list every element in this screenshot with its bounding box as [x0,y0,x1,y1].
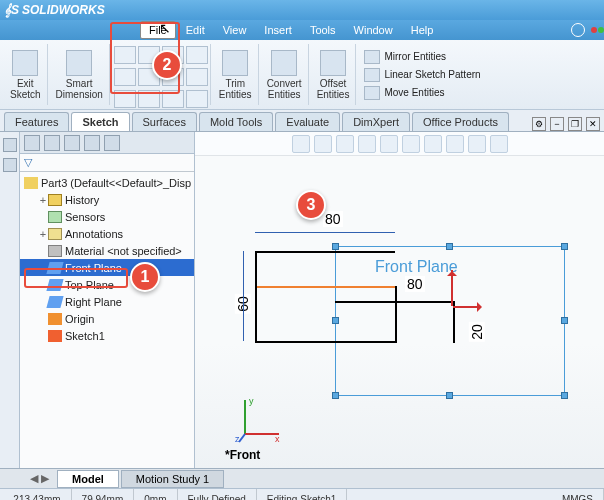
mdi-minimize-icon[interactable]: − [550,117,564,131]
offset-label: Offset Entities [317,78,350,100]
menu-insert[interactable]: Insert [256,22,300,38]
apply-scene-icon[interactable] [468,135,486,153]
mdi-close-icon[interactable]: ✕ [586,117,600,131]
dimension-20[interactable]: 20 [469,322,485,342]
fm-dimxpert-icon[interactable] [84,135,100,151]
tree-history[interactable]: +History [20,191,194,208]
dimension-80a[interactable]: 80 [323,211,343,227]
status-x: -213.43mm [0,489,72,500]
fm-property-manager-icon[interactable] [44,135,60,151]
graphics-canvas[interactable]: Front Plane 80 80 60 20 [195,156,604,468]
dimension-80b[interactable]: 80 [405,276,425,292]
tab-surfaces[interactable]: Surfaces [132,112,197,131]
tree-annotations[interactable]: +Annotations [20,225,194,242]
feature-tree: Part3 (Default<<Default>_Disp +History S… [20,172,194,468]
viewport-area: Front Plane 80 80 60 20 [195,132,604,468]
tree-sensors[interactable]: Sensors [20,208,194,225]
polygon-tool-icon[interactable] [186,68,208,86]
tree-root[interactable]: Part3 (Default<<Default>_Disp [20,174,194,191]
tab-office-products[interactable]: Office Products [412,112,509,131]
plane-label: Front Plane [375,258,458,276]
fm-design-tree-icon[interactable] [24,135,40,151]
side-tool-1[interactable] [3,138,17,152]
smart-dimension-button[interactable]: Smart Dimension [50,44,110,105]
mdi-settings-icon[interactable]: ⚙ [532,117,546,131]
view-settings-icon[interactable] [490,135,508,153]
part-icon [24,177,38,189]
plane-icon [46,296,63,308]
sketch-line-selected[interactable] [255,286,395,288]
mdi-restore-icon[interactable]: ❐ [568,117,582,131]
svg-text:y: y [249,396,254,406]
side-tool-2[interactable] [3,158,17,172]
tab-motion-study[interactable]: Motion Study 1 [121,470,224,488]
linear-pattern-button[interactable]: Linear Sketch Pattern [364,68,480,82]
tree-history-label: History [65,194,99,206]
tab-scroll-icons[interactable]: ◀ ▶ [30,472,49,485]
app-logo: 𝄞S SOLIDWORKS [4,3,105,17]
tab-model[interactable]: Model [57,470,119,488]
sketch-line[interactable] [255,251,395,253]
display-style-icon[interactable] [402,135,420,153]
side-toolbar [0,132,20,468]
trim-icon [222,50,248,76]
trim-entities-button[interactable]: Trim Entities [213,44,259,105]
view-triad[interactable]: y x z [235,394,285,444]
tab-mold-tools[interactable]: Mold Tools [199,112,273,131]
search-icon[interactable] [571,23,585,37]
tab-sketch[interactable]: Sketch [71,112,129,131]
tab-features[interactable]: Features [4,112,69,131]
tree-annotations-label: Annotations [65,228,123,240]
history-icon [48,194,62,206]
move-icon [364,86,380,100]
annotations-icon [48,228,62,240]
mouse-cursor-icon: ↖ [159,20,171,36]
mirror-entities-button[interactable]: Mirror Entities [364,50,480,64]
menu-help[interactable]: Help [403,22,442,38]
svg-line-4 [239,434,245,442]
exit-sketch-button[interactable]: Exit Sketch [4,44,48,105]
smart-dimension-label: Smart Dimension [56,78,103,100]
move-entities-button[interactable]: Move Entities [364,86,480,100]
tree-material[interactable]: Material <not specified> [20,242,194,259]
fm-filter-bar[interactable]: ▽ [20,154,194,172]
edit-appearance-icon[interactable] [446,135,464,153]
exit-sketch-icon [12,50,38,76]
convert-icon [271,50,297,76]
move-label: Move Entities [384,87,444,98]
status-bar: -213.43mm 79.94mm 0mm Fully Defined Edit… [0,488,604,500]
sketch-line[interactable] [255,251,257,341]
sketch-line[interactable] [255,341,395,343]
zoom-area-icon[interactable] [314,135,332,153]
status-z: 0mm [134,489,177,500]
zoom-to-fit-icon[interactable] [292,135,310,153]
hide-show-icon[interactable] [424,135,442,153]
status-units[interactable]: MMGS [552,489,604,500]
callout-2: 2 [152,50,182,80]
previous-view-icon[interactable] [336,135,354,153]
sketch-line[interactable] [395,286,397,343]
view-orientation-icon[interactable] [380,135,398,153]
menu-view[interactable]: View [215,22,255,38]
tree-origin[interactable]: Origin [20,310,194,327]
fm-display-manager-icon[interactable] [104,135,120,151]
bottom-tabs: ◀ ▶ Model Motion Study 1 [0,468,604,488]
tab-evaluate[interactable]: Evaluate [275,112,340,131]
tree-root-label: Part3 (Default<<Default>_Disp [41,177,191,189]
fm-config-manager-icon[interactable] [64,135,80,151]
tree-right-plane[interactable]: Right Plane [20,293,194,310]
menu-window[interactable]: Window [346,22,401,38]
tab-dimxpert[interactable]: DimXpert [342,112,410,131]
offset-entities-button[interactable]: Offset Entities [311,44,357,105]
material-icon [48,245,62,257]
menu-edit[interactable]: Edit [178,22,213,38]
point-tool-icon[interactable] [186,46,208,64]
section-view-icon[interactable] [358,135,376,153]
convert-entities-button[interactable]: Convert Entities [261,44,309,105]
command-tabs: Features Sketch Surfaces Mold Tools Eval… [0,110,604,132]
tree-sketch1[interactable]: Sketch1 [20,327,194,344]
smart-dimension-icon [66,50,92,76]
plane-tool-icon[interactable] [186,90,208,108]
menu-tools[interactable]: Tools [302,22,344,38]
sketch-line[interactable] [335,301,455,303]
